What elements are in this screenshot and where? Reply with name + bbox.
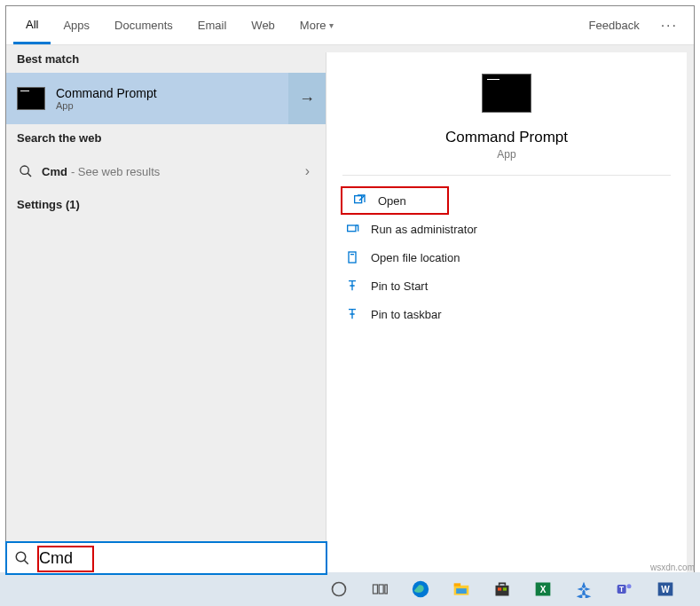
search-panel: All Apps Documents Email Web More ▾ Feed… [5, 5, 695, 580]
actions-list: Open Run as administrator Open file loca… [326, 176, 687, 339]
search-icon [14, 550, 30, 566]
open-icon [351, 193, 367, 209]
chevron-down-icon: ▾ [329, 20, 334, 30]
preview-title: Command Prompt [445, 129, 568, 146]
svg-rect-17 [498, 587, 501, 590]
word-icon[interactable]: W [655, 578, 676, 600]
edge-icon[interactable] [410, 578, 431, 600]
svg-rect-10 [379, 585, 383, 594]
svg-text:W: W [661, 585, 670, 594]
action-pin-start[interactable]: Pin to Start [335, 272, 678, 300]
tab-more[interactable]: More ▾ [287, 6, 346, 44]
pin-icon [344, 306, 360, 322]
svg-text:T: T [619, 585, 624, 594]
tab-all[interactable]: All [13, 6, 51, 44]
chevron-right-icon: › [305, 163, 310, 179]
svg-rect-14 [454, 583, 461, 586]
svg-point-23 [627, 584, 632, 588]
svg-rect-16 [496, 586, 509, 596]
svg-point-0 [20, 166, 28, 174]
results-body: Best match Command Prompt App → Search t… [6, 45, 694, 579]
action-label: Pin to Start [371, 279, 428, 293]
app-icon[interactable] [573, 578, 594, 600]
search-input-container[interactable]: Cmd [5, 541, 327, 575]
svg-point-8 [333, 583, 346, 596]
excel-icon[interactable]: X [532, 578, 554, 600]
search-web-heading: Search the web [6, 124, 326, 152]
tab-apps[interactable]: Apps [51, 6, 102, 44]
web-suffix: - See web results [71, 165, 160, 178]
cortana-icon[interactable] [328, 578, 350, 600]
svg-rect-15 [456, 588, 467, 594]
more-options-button[interactable]: ··· [652, 6, 687, 44]
svg-text:X: X [540, 585, 547, 594]
feedback-link[interactable]: Feedback [577, 6, 652, 44]
file-explorer-icon[interactable] [451, 578, 472, 600]
svg-rect-4 [349, 252, 356, 263]
svg-rect-9 [374, 585, 378, 594]
tab-documents[interactable]: Documents [102, 6, 185, 44]
action-open-location[interactable]: Open file location [335, 243, 678, 272]
svg-rect-3 [348, 225, 356, 232]
svg-line-1 [28, 173, 31, 177]
action-run-admin[interactable]: Run as administrator [335, 215, 678, 243]
command-prompt-icon [482, 74, 531, 113]
web-term: Cmd [42, 165, 67, 178]
preview-pane: Command Prompt App Open Run as administr… [326, 52, 687, 572]
action-label: Open file location [371, 251, 460, 264]
search-input[interactable]: Cmd [39, 549, 73, 568]
web-result-row[interactable]: Cmd - See web results › [6, 152, 326, 191]
svg-rect-18 [503, 587, 507, 590]
svg-line-7 [24, 560, 28, 564]
folder-icon [344, 249, 360, 265]
result-title: Command Prompt [56, 86, 157, 100]
watermark: wsxdn.com [650, 563, 695, 572]
action-open[interactable]: Open [341, 186, 449, 215]
pin-icon [344, 278, 360, 294]
taskbar: X T W [0, 572, 700, 606]
tab-web[interactable]: Web [239, 6, 287, 44]
action-label: Open [378, 194, 406, 208]
expand-arrow-icon[interactable]: → [288, 73, 326, 124]
result-subtitle: App [56, 100, 157, 111]
best-match-result[interactable]: Command Prompt App → [6, 73, 326, 124]
svg-point-6 [16, 552, 26, 562]
teams-icon[interactable]: T [614, 578, 635, 600]
command-prompt-icon [17, 87, 45, 110]
shield-icon [344, 221, 360, 237]
preview-subtitle: App [497, 148, 515, 161]
search-icon [19, 164, 33, 178]
action-label: Run as administrator [371, 223, 477, 236]
results-list: Best match Command Prompt App → Search t… [6, 45, 326, 579]
tab-email[interactable]: Email [185, 6, 240, 44]
svg-rect-11 [385, 585, 388, 594]
task-view-icon[interactable] [369, 578, 390, 600]
action-label: Pin to taskbar [371, 308, 442, 321]
action-pin-taskbar[interactable]: Pin to taskbar [335, 300, 678, 328]
settings-heading[interactable]: Settings (1) [6, 191, 326, 218]
filter-tabs: All Apps Documents Email Web More ▾ Feed… [6, 6, 694, 45]
preview-header: Command Prompt App [342, 52, 671, 176]
best-match-heading: Best match [6, 45, 326, 73]
store-icon[interactable] [492, 578, 513, 600]
